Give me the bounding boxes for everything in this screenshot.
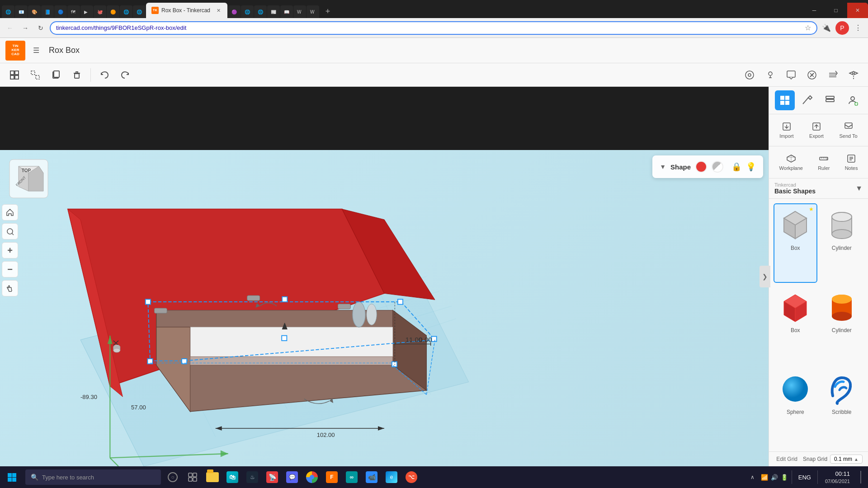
shape-item-scribble[interactable]: Scribble <box>820 367 864 447</box>
profile-btn[interactable]: P <box>835 21 849 35</box>
taskbar-zoom[interactable]: 📹 <box>362 466 382 488</box>
taskbar-explorer[interactable] <box>203 466 222 488</box>
comment-btn[interactable] <box>782 66 800 84</box>
taskbar-edge[interactable]: e <box>382 466 401 488</box>
shape-item-box-outline[interactable]: ★ Box <box>774 203 817 283</box>
tab-9[interactable]: 🟠 <box>107 5 119 18</box>
taskbar-arduino[interactable]: ∞ <box>342 466 362 488</box>
taskbar-git[interactable]: ⌥ <box>401 466 421 488</box>
grid-view-btn[interactable] <box>775 90 795 110</box>
view-cube[interactable]: TOP FRONT <box>7 157 50 200</box>
menu-btn[interactable]: ⋮ <box>852 22 864 34</box>
language-indicator[interactable]: ENG <box>796 474 814 481</box>
fit-view-btn[interactable] <box>2 223 18 239</box>
maximize-btn[interactable]: □ <box>826 3 846 18</box>
taskbar-fritzing[interactable]: F <box>322 466 342 488</box>
snap-value-btn[interactable]: 0.1 mm ▲ <box>830 455 863 464</box>
bookmark-btn[interactable]: ☆ <box>805 23 811 32</box>
account-btn[interactable] <box>843 90 863 110</box>
minimize-btn[interactable]: ─ <box>804 3 825 18</box>
shape-color-solid[interactable] <box>695 161 707 173</box>
canvas-area[interactable]: TOP FRONT + − <box>0 150 769 466</box>
redo-btn[interactable] <box>116 66 134 84</box>
tray-expand-btn[interactable]: ∧ <box>746 466 759 488</box>
taskbar-steam[interactable]: ♨ <box>242 466 262 488</box>
tab-12[interactable]: 🟣 <box>228 5 241 18</box>
back-btn[interactable]: ← <box>4 22 16 34</box>
tray-battery-icon[interactable]: 🔋 <box>781 474 788 481</box>
tab-13[interactable]: 🌐 <box>241 5 254 18</box>
hand-tool-btn[interactable] <box>2 280 18 296</box>
grid-settings-btn[interactable] <box>824 66 842 84</box>
tab-16[interactable]: 📖 <box>280 5 293 18</box>
tab-5[interactable]: 🔵 <box>54 5 67 18</box>
camera-view-btn[interactable] <box>741 66 759 84</box>
layers-btn[interactable] <box>820 90 840 110</box>
task-view-btn[interactable] <box>183 466 203 488</box>
ruler-btn[interactable]: Ruler <box>815 151 832 174</box>
cortana-btn[interactable]: ○ <box>163 466 183 488</box>
tab-10[interactable]: 🌐 <box>120 5 132 18</box>
start-btn[interactable] <box>0 466 24 488</box>
help-btn[interactable] <box>803 66 821 84</box>
import-btn[interactable]: Import <box>777 119 796 141</box>
library-dropdown-btn[interactable]: ▼ <box>855 184 863 192</box>
show-desktop-btn[interactable] <box>855 466 866 488</box>
tab-close-btn[interactable]: ✕ <box>215 7 222 14</box>
home-view-btn[interactable] <box>2 204 18 221</box>
taskbar-discord[interactable]: 💬 <box>282 466 302 488</box>
tab-8[interactable]: 🐙 <box>94 5 106 18</box>
tinkercad-logo[interactable]: TIN KER CAD <box>5 41 25 61</box>
export-btn[interactable]: Export <box>807 119 826 141</box>
tab-15[interactable]: 📰 <box>267 5 280 18</box>
shape-lock-icon[interactable]: 🔒 <box>731 162 741 172</box>
url-bar[interactable]: tinkercad.com/things/9FBOR1eSGpR-rox-box… <box>50 21 817 35</box>
shape-light-icon[interactable]: 💡 <box>746 162 756 172</box>
shape-color-hole[interactable] <box>712 161 723 173</box>
panel-collapse-btn[interactable]: ❯ <box>760 266 770 287</box>
notes-btn[interactable]: Notes <box>842 151 861 174</box>
send-to-btn[interactable]: Send To <box>837 119 860 141</box>
copy-btn[interactable] <box>47 66 65 84</box>
tab-6[interactable]: 🗺 <box>67 5 80 18</box>
tab-2[interactable]: 📧 <box>15 5 28 18</box>
shape-item-cylinder-outline[interactable]: Cylinder <box>820 203 864 283</box>
light-btn[interactable] <box>761 66 779 84</box>
workplane-btn[interactable]: Workplane <box>777 151 806 174</box>
shape-item-cylinder-orange[interactable]: Cylinder <box>820 286 864 365</box>
tab-7[interactable]: ▶ <box>80 5 93 18</box>
zoom-out-btn[interactable]: − <box>2 261 18 277</box>
ungroup-btn[interactable] <box>26 66 44 84</box>
symmetry-btn[interactable] <box>844 66 863 84</box>
shape-item-sphere[interactable]: Sphere <box>774 367 817 447</box>
tab-17[interactable]: W <box>293 5 306 18</box>
zoom-in-btn[interactable]: + <box>2 242 18 258</box>
tab-4[interactable]: 📘 <box>41 5 54 18</box>
taskbar-store[interactable]: 🛍 <box>222 466 242 488</box>
tray-network-icon[interactable]: 📶 <box>761 474 768 481</box>
delete-btn[interactable] <box>68 66 86 84</box>
taskbar-search[interactable]: 🔍 Type here to search <box>25 469 161 485</box>
refresh-btn[interactable]: ↻ <box>34 22 47 34</box>
tab-1[interactable]: 🌐 <box>2 5 14 18</box>
undo-btn[interactable] <box>95 66 113 84</box>
tab-11[interactable]: 🌐 <box>133 5 146 18</box>
extensions-btn[interactable]: 🔌 <box>820 22 833 34</box>
forward-btn[interactable]: → <box>19 22 32 34</box>
tab-14[interactable]: 🌐 <box>254 5 267 18</box>
shape-panel-collapse[interactable]: ▼ <box>660 163 666 170</box>
hamburger-menu[interactable]: ☰ <box>29 43 43 58</box>
build-btn[interactable] <box>797 90 817 110</box>
clock-display[interactable]: 00:11 07/06/2021 <box>821 469 854 486</box>
new-tab-btn[interactable]: + <box>321 5 335 18</box>
active-tab[interactable]: TK Rox Box - Tinkercad ✕ <box>146 3 227 18</box>
tray-volume-icon[interactable]: 🔊 <box>771 474 778 481</box>
edit-grid-btn[interactable]: Edit Grid <box>776 456 797 462</box>
close-btn[interactable]: ✕ <box>847 3 868 18</box>
tab-3[interactable]: 🎨 <box>28 5 41 18</box>
shape-item-box-red[interactable]: Box <box>774 286 817 365</box>
taskbar-signals[interactable]: 📡 <box>262 466 282 488</box>
group-btn[interactable] <box>5 66 24 84</box>
taskbar-chrome[interactable] <box>302 466 322 488</box>
tab-18[interactable]: W <box>307 5 319 18</box>
